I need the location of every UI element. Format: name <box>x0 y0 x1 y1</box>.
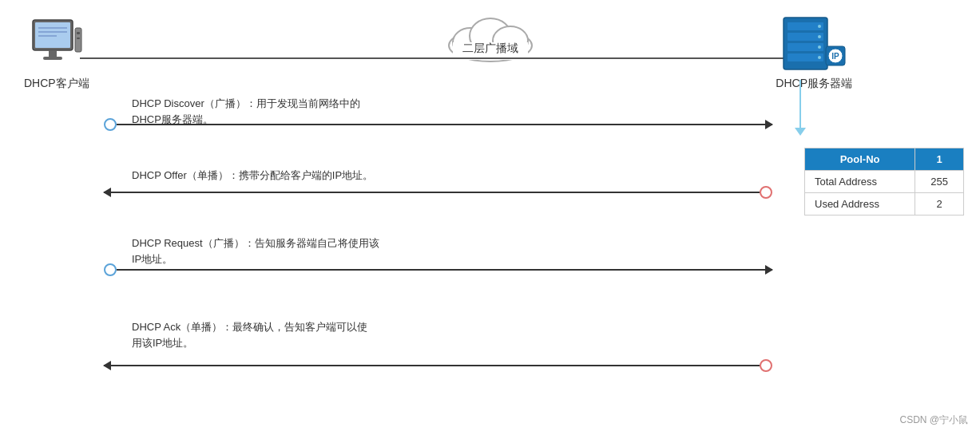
ack-circle-right <box>760 359 772 372</box>
discover-text: DHCP Discover（广播）：用于发现当前网络中的 DHCP服务器端。 <box>132 96 360 127</box>
cloud-section: 二层广播域 <box>438 12 542 64</box>
svg-text:IP: IP <box>831 52 839 61</box>
dhcp-pool-table: Pool-No 1 Total Address 255 Used Address… <box>804 148 964 216</box>
watermark: CSDN @宁小鼠 <box>899 413 968 427</box>
table-row: Used Address 2 <box>805 193 964 216</box>
svg-rect-1 <box>35 22 70 48</box>
table-row: Total Address 255 <box>805 171 964 193</box>
svg-rect-2 <box>49 50 57 57</box>
ack-text: DHCP Ack（单播）：最终确认，告知客户端可以使 用该IP地址。 <box>132 319 367 350</box>
svg-rect-4 <box>75 28 81 52</box>
table-cell-total-value: 255 <box>915 171 964 193</box>
table-cell-used-value: 2 <box>915 193 964 216</box>
ack-arrow-row <box>104 359 772 372</box>
offer-arrow-line <box>104 192 760 193</box>
discover-circle-left <box>104 118 117 131</box>
client-label: DHCP客户端 <box>24 77 89 91</box>
ack-arrow-line <box>104 365 760 366</box>
svg-rect-5 <box>77 32 80 34</box>
server-section: IP DHCP服务器端 <box>776 16 852 91</box>
server-down-arrow <box>795 80 806 136</box>
server-label: DHCP服务器端 <box>776 77 852 91</box>
horizontal-line <box>80 57 796 59</box>
request-text: DHCP Request（广播）：告知服务器端自己将使用该 IP地址。 <box>132 235 379 267</box>
client-icon <box>29 16 85 72</box>
arrow-down-head <box>795 128 806 136</box>
main-container: DHCP客户端 二层广播域 <box>0 0 980 435</box>
cloud-icon: 二层广播域 <box>438 12 542 64</box>
offer-arrow-row <box>104 186 772 199</box>
svg-text:二层广播域: 二层广播域 <box>462 42 518 54</box>
table-header-value: 1 <box>915 148 964 171</box>
svg-point-24 <box>818 56 821 59</box>
arrow-down-line <box>799 80 801 128</box>
svg-point-21 <box>818 25 821 28</box>
request-circle-left <box>104 263 117 276</box>
svg-rect-6 <box>77 38 80 39</box>
table-cell-used-label: Used Address <box>805 193 915 216</box>
svg-point-23 <box>818 45 821 49</box>
table-cell-total-label: Total Address <box>805 171 915 193</box>
offer-circle-right <box>760 186 772 199</box>
offer-text: DHCP Offer（单播）：携带分配给客户端的IP地址。 <box>132 168 373 184</box>
request-arrow-line <box>117 269 772 271</box>
svg-rect-3 <box>43 57 62 60</box>
server-icon: IP <box>782 16 846 72</box>
client-section: DHCP客户端 <box>24 16 89 91</box>
svg-point-22 <box>818 35 821 38</box>
table-header-pool: Pool-No <box>805 148 915 171</box>
